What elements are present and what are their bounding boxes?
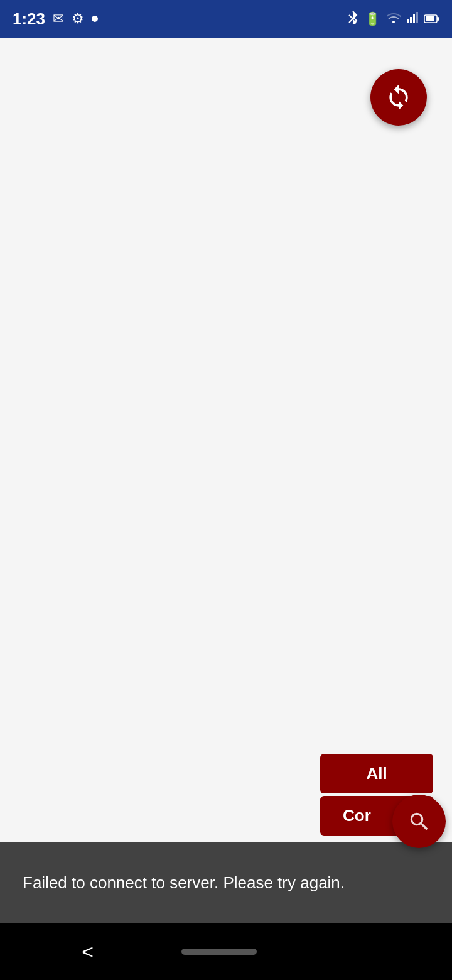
bottom-buttons-container: All Cor [320, 754, 433, 836]
main-content: All Cor [0, 38, 452, 842]
nav-bar: < [0, 923, 452, 980]
message-icon: ✉ [53, 11, 64, 27]
svg-rect-2 [407, 19, 409, 23]
status-time: 1:23 [13, 9, 45, 29]
snackbar: Failed to connect to server. Please try … [0, 842, 452, 923]
status-left: 1:23 ✉ ⚙ [13, 9, 98, 29]
search-fab-button[interactable] [392, 795, 446, 848]
sync-icon [385, 84, 412, 111]
all-filter-button[interactable]: All [320, 754, 433, 793]
status-right: 🔋 [347, 11, 439, 28]
cor-filter-wrapper: Cor [320, 796, 433, 836]
vibrate-icon: 🔋 [365, 11, 380, 26]
svg-line-1 [349, 19, 353, 23]
signal-icon [407, 12, 418, 26]
svg-rect-3 [410, 17, 412, 23]
svg-line-0 [349, 15, 353, 19]
svg-rect-4 [413, 14, 415, 23]
svg-rect-8 [426, 16, 434, 21]
wifi-icon [387, 12, 401, 26]
sync-button[interactable] [370, 69, 427, 126]
back-button[interactable]: < [82, 940, 94, 964]
battery-icon [424, 12, 439, 26]
home-indicator[interactable] [181, 949, 257, 955]
settings-icon: ⚙ [72, 11, 84, 27]
status-bar: 1:23 ✉ ⚙ 🔋 [0, 0, 452, 38]
svg-rect-7 [437, 17, 439, 21]
svg-rect-5 [416, 12, 418, 23]
snackbar-message: Failed to connect to server. Please try … [23, 873, 345, 893]
bluetooth-icon [347, 11, 358, 28]
notification-dot [92, 16, 98, 22]
search-icon [407, 810, 431, 834]
